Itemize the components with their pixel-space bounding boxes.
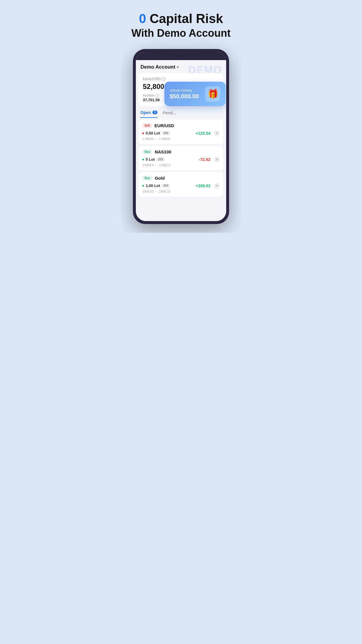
gift-icon: 🎁 — [205, 86, 220, 102]
lot-multiplier: 20X — [157, 158, 165, 161]
trade-detail-row: 1.00 Lot 20X +308.93 ✕ — [142, 183, 220, 189]
trade-list: Sell EUR/USD 0.50 Lot 30X +125.54 — [136, 120, 226, 197]
trade-pnl: +308.93 — [196, 183, 210, 188]
trade-header: Buy Gold — [142, 176, 220, 181]
available-value: 37,701.59 — [143, 98, 160, 102]
trade-row: Buy NAS100 5 Lot 20X -72.92 ✕ — [139, 146, 223, 170]
close-trade-button[interactable]: ✕ — [214, 130, 220, 136]
trade-row: Sell EUR/USD 0.50 Lot 30X +125.54 — [139, 120, 223, 144]
virtual-label: virtual money — [170, 88, 202, 92]
virtual-amount: $50,000.00 — [170, 93, 202, 100]
trade-type-badge: Buy — [142, 176, 152, 180]
available-info-icon[interactable]: i — [155, 94, 159, 97]
page-wrapper: 0 Capital Risk With Demo Account DEMO De… — [121, 0, 241, 233]
virtual-card-text: virtual money $50,000.00 — [170, 88, 202, 100]
camera — [179, 54, 183, 58]
trade-detail-left: 1.00 Lot 20X — [142, 183, 170, 188]
lot-info: 1.00 Lot — [146, 183, 160, 188]
hero-line1: 0 Capital Risk — [131, 12, 231, 26]
trade-type-badge: Sell — [142, 123, 152, 128]
close-trade-button[interactable]: ✕ — [214, 183, 220, 189]
available-metric: Available i 37,701.59 — [143, 94, 160, 102]
hero-line2: With Demo Account — [131, 27, 231, 39]
screen-content: DEMO Demo Account ▾ Equity(USD) i 52,800… — [136, 60, 226, 197]
phone-screen: DEMO Demo Account ▾ Equity(USD) i 52,800… — [136, 52, 226, 221]
tab-pending[interactable]: Pend... — [163, 110, 176, 118]
price-range: 1904.62 → 1908.15 — [142, 190, 220, 193]
chevron-down-icon[interactable]: ▾ — [177, 65, 179, 69]
account-label[interactable]: Demo Account — [140, 64, 175, 70]
trade-pnl: -72.92 — [199, 157, 210, 162]
trade-detail-left: 0.50 Lot 30X — [142, 131, 170, 135]
tab-open[interactable]: Open 3 — [140, 110, 157, 118]
equity-card: Equity(USD) i 52,800.21 +360.55 Availabl… — [139, 73, 223, 106]
hero-line1-rest: Capital Risk — [146, 11, 223, 26]
close-trade-button[interactable]: ✕ — [214, 157, 220, 162]
hero-title: 0 Capital Risk With Demo Account — [131, 12, 231, 40]
open-badge: 3 — [152, 111, 158, 114]
trade-dot — [142, 132, 144, 134]
virtual-money-card: virtual money $50,000.00 🎁 — [164, 82, 226, 106]
trade-pair: NAS100 — [155, 149, 171, 154]
app-header: Demo Account ▾ — [136, 60, 226, 73]
trade-detail-row: 0.50 Lot 30X +125.54 ✕ — [142, 130, 220, 136]
trade-row: Buy Gold 1.00 Lot 20X +308.93 ✕ — [139, 172, 223, 197]
equity-label: Equity(USD) i — [143, 77, 219, 81]
lot-info: 5 Lot — [146, 157, 155, 162]
lot-multiplier: 20X — [162, 184, 170, 188]
tabs-bar: Open 3 Pend... — [136, 108, 226, 118]
trade-pair: Gold — [155, 176, 165, 181]
price-range: 1.08936 → 1.08686 — [142, 137, 220, 141]
phone-frame: DEMO Demo Account ▾ Equity(USD) i 52,800… — [133, 49, 229, 224]
price-range: 14998.4 → 14986.0 — [142, 163, 220, 167]
trade-header: Sell EUR/USD — [142, 123, 220, 128]
equity-info-icon[interactable]: i — [162, 77, 166, 81]
trade-detail-left: 5 Lot 20X — [142, 157, 165, 162]
trade-detail-row: 5 Lot 20X -72.92 ✕ — [142, 157, 220, 162]
camera-bar — [136, 52, 226, 60]
trade-type-badge: Buy — [142, 150, 152, 154]
trade-dot — [142, 185, 144, 187]
lot-info: 0.50 Lot — [146, 131, 160, 135]
trade-pnl: +125.54 — [196, 131, 210, 136]
hero-zero: 0 — [139, 11, 146, 26]
trade-header: Buy NAS100 — [142, 149, 220, 154]
trade-dot — [142, 159, 144, 160]
trade-pair: EUR/USD — [154, 123, 174, 128]
lot-multiplier: 30X — [162, 131, 170, 135]
